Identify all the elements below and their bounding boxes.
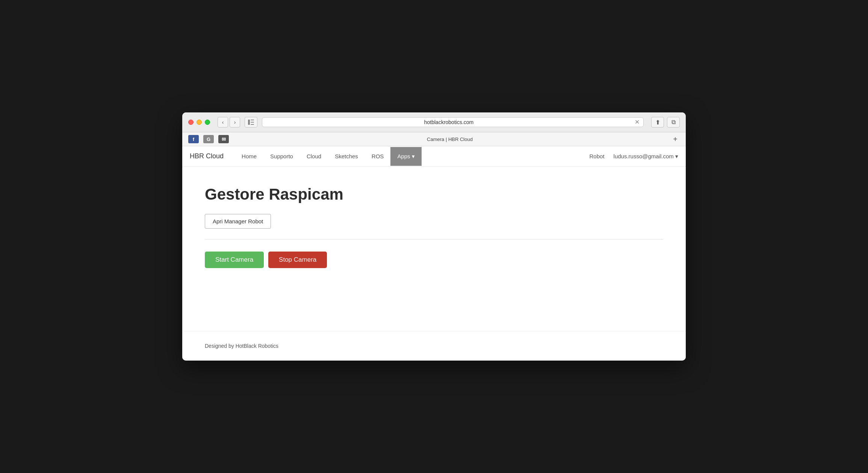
site-navbar: HBR Cloud Home Supporto Cloud Sketches R… xyxy=(182,146,686,167)
nav-arrows: ‹ › xyxy=(218,117,240,127)
main-content: Gestore Raspicam Apri Manager Robot Star… xyxy=(182,167,686,331)
svg-rect-2 xyxy=(251,122,254,123)
address-bar-wrapper: ✕ xyxy=(262,117,644,127)
new-tab-button[interactable]: + xyxy=(671,135,680,144)
bookmark-g[interactable]: G xyxy=(203,135,214,143)
bookmarks-bar: f G ✉ Camera | HBR Cloud + xyxy=(182,132,686,146)
forward-button[interactable]: › xyxy=(230,117,240,127)
duplicate-button[interactable]: ⧉ xyxy=(667,117,680,127)
site-footer: Designed by HotBlack Robotics xyxy=(182,331,686,361)
address-input[interactable] xyxy=(266,119,632,125)
nav-ros[interactable]: ROS xyxy=(365,147,391,166)
page-title: Gestore Raspicam xyxy=(205,185,663,203)
maximize-button[interactable] xyxy=(205,120,210,125)
nav-cloud[interactable]: Cloud xyxy=(300,147,328,166)
nav-apps[interactable]: Apps ▾ xyxy=(390,147,421,166)
minimize-button[interactable] xyxy=(197,120,202,125)
site-brand[interactable]: HBR Cloud xyxy=(190,146,231,166)
start-camera-button[interactable]: Start Camera xyxy=(205,252,264,268)
divider xyxy=(205,239,663,240)
svg-rect-1 xyxy=(251,120,254,120)
footer-text: Designed by HotBlack Robotics xyxy=(205,343,278,349)
tab-title: Camera | HBR Cloud xyxy=(233,136,666,142)
nav-home[interactable]: Home xyxy=(235,147,263,166)
sidebar-button[interactable] xyxy=(245,117,257,127)
clear-icon[interactable]: ✕ xyxy=(635,119,640,125)
bookmark-messenger[interactable]: ✉ xyxy=(218,135,229,143)
close-button[interactable] xyxy=(188,120,194,125)
nav-sketches[interactable]: Sketches xyxy=(328,147,365,166)
nav-supporto[interactable]: Supporto xyxy=(263,147,300,166)
manager-button[interactable]: Apri Manager Robot xyxy=(205,214,271,229)
nav-items: Home Supporto Cloud Sketches ROS Apps ▾ xyxy=(235,147,589,166)
nav-robot[interactable]: Robot xyxy=(590,153,605,159)
svg-rect-3 xyxy=(251,124,254,125)
share-button[interactable]: ⬆ xyxy=(651,117,664,127)
nav-right: Robot ludus.russo@gmail.com ▾ xyxy=(590,153,678,160)
browser-window: ‹ › ✕ ⬆ ⧉ f G ✉ Camera | HBR Cloud + xyxy=(182,112,686,361)
camera-buttons: Start Camera Stop Camera xyxy=(205,252,663,268)
traffic-lights xyxy=(188,120,210,125)
stop-camera-button[interactable]: Stop Camera xyxy=(268,252,327,268)
toolbar-right: ⬆ ⧉ xyxy=(651,117,680,127)
svg-rect-0 xyxy=(248,120,250,125)
bookmark-facebook[interactable]: f xyxy=(188,135,199,143)
nav-user[interactable]: ludus.russo@gmail.com ▾ xyxy=(614,153,678,160)
back-button[interactable]: ‹ xyxy=(218,117,228,127)
title-bar: ‹ › ✕ ⬆ ⧉ xyxy=(182,112,686,132)
